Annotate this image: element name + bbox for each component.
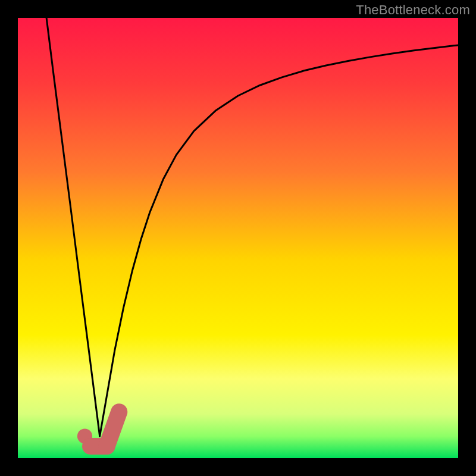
watermark-text: TheBottleneck.com [356,2,470,18]
heat-gradient-bg [18,18,458,458]
marker-pill-2 [107,412,119,446]
bottleneck-chart [18,18,458,458]
chart-frame: TheBottleneck.com [0,0,476,476]
